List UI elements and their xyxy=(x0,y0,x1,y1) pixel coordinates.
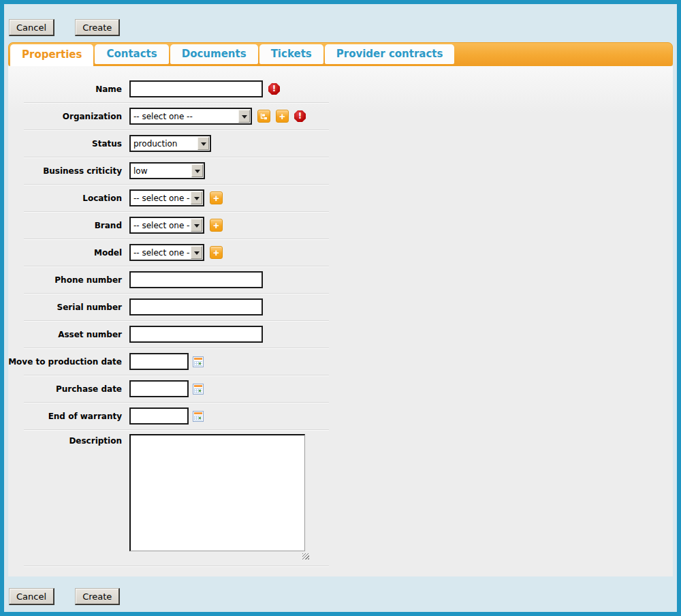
tab-documents[interactable]: Documents xyxy=(170,44,258,64)
selected-value: -- select one -- xyxy=(131,218,190,232)
field-label-status: Status xyxy=(8,139,129,149)
end-of-warranty-input[interactable] xyxy=(129,407,189,425)
field-label-description: Description xyxy=(8,430,129,446)
hierarchy-browse-button[interactable] xyxy=(257,110,270,123)
field-row-end-of-warranty: End of warranty xyxy=(8,403,673,429)
name-input[interactable] xyxy=(129,80,263,97)
calendar-icon[interactable] xyxy=(193,411,204,422)
create-button-bottom[interactable]: Create xyxy=(75,588,120,605)
brand-select[interactable]: -- select one -- xyxy=(129,217,204,234)
field-row-organization: Organization-- select one --+! xyxy=(8,103,673,129)
location-select[interactable]: -- select one -- xyxy=(129,189,204,206)
bottom-toolbar: Cancel Create xyxy=(4,576,677,612)
field-control xyxy=(129,298,263,315)
field-row-phone-number: Phone number xyxy=(8,266,673,293)
calendar-icon[interactable] xyxy=(193,384,204,395)
field-label-model: Model xyxy=(8,248,129,258)
field-control xyxy=(129,353,204,370)
field-label-brand: Brand xyxy=(8,221,129,230)
field-control xyxy=(129,430,305,559)
calendar-grid xyxy=(194,388,202,393)
calendar-header xyxy=(194,358,202,360)
field-label-organization: Organization xyxy=(8,112,129,121)
field-row-model: Model-- select one --+ xyxy=(8,239,673,266)
dropdown-arrow-icon xyxy=(191,191,202,204)
add-button[interactable]: + xyxy=(276,110,289,123)
add-button[interactable]: + xyxy=(210,219,223,232)
add-icon: + xyxy=(213,220,219,230)
field-label-asset-number: Asset number xyxy=(8,330,129,339)
calendar-header xyxy=(194,412,202,414)
field-label-business-criticity: Business criticity xyxy=(8,166,129,176)
field-row-business-criticity: Business criticitylow xyxy=(8,157,673,184)
model-select[interactable]: -- select one -- xyxy=(129,244,204,261)
properties-panel: Name!Organization-- select one --+!Statu… xyxy=(8,66,673,576)
add-icon: + xyxy=(213,247,219,258)
add-icon: + xyxy=(279,111,285,121)
selected-value: -- select one -- xyxy=(131,109,238,123)
tab-bar: PropertiesContactsDocumentsTicketsProvid… xyxy=(8,42,673,66)
field-control: -- select one --+! xyxy=(129,108,306,125)
field-control: low xyxy=(129,162,205,179)
textarea-resize-handle[interactable] xyxy=(302,553,309,559)
organization-select[interactable]: -- select one -- xyxy=(129,108,252,125)
move-to-production-date-input[interactable] xyxy=(129,353,189,370)
calendar-grid xyxy=(194,416,202,420)
field-control: production xyxy=(129,135,211,152)
cancel-button-top[interactable]: Cancel xyxy=(9,19,54,36)
calendar-icon[interactable] xyxy=(193,356,204,367)
field-control xyxy=(129,326,263,343)
field-label-move-to-production-date: Move to production date xyxy=(8,357,129,367)
field-row-brand: Brand-- select one --+ xyxy=(8,212,673,238)
field-label-phone-number: Phone number xyxy=(8,275,129,285)
field-row-location: Location-- select one --+ xyxy=(8,185,673,211)
selected-value: -- select one -- xyxy=(131,191,190,205)
dropdown-arrow-icon xyxy=(191,246,202,259)
dropdown-arrow-icon xyxy=(197,137,209,150)
calendar-header xyxy=(194,385,202,387)
field-control: -- select one --+ xyxy=(129,217,223,234)
field-control: -- select one --+ xyxy=(129,244,223,261)
calendar-today-cell xyxy=(199,390,201,392)
field-row-purchase-date: Purchase date xyxy=(8,375,673,402)
field-label-location: Location xyxy=(8,194,129,203)
asset-number-input[interactable] xyxy=(129,326,263,343)
field-row-asset-number: Asset number xyxy=(8,321,673,348)
field-row-name: Name! xyxy=(8,76,673,102)
selected-value: low xyxy=(131,164,191,178)
hierarchy-icon xyxy=(260,112,268,120)
create-object-page: Cancel Create PropertiesContactsDocument… xyxy=(0,0,681,616)
field-control xyxy=(129,407,204,425)
selected-value: -- select one -- xyxy=(131,245,190,260)
tab-tickets[interactable]: Tickets xyxy=(259,44,323,64)
add-button[interactable]: + xyxy=(210,246,223,259)
field-row-move-to-production-date: Move to production date xyxy=(8,348,673,375)
serial-number-input[interactable] xyxy=(129,298,263,315)
properties-form: Name!Organization-- select one --+!Statu… xyxy=(8,76,673,566)
dropdown-arrow-icon xyxy=(238,110,250,123)
mandatory-icon: ! xyxy=(294,110,306,122)
dropdown-arrow-icon xyxy=(191,164,203,177)
create-button-top[interactable]: Create xyxy=(75,19,120,36)
status-select[interactable]: production xyxy=(129,135,211,152)
selected-value: production xyxy=(131,136,197,151)
purchase-date-input[interactable] xyxy=(129,380,189,397)
field-control: ! xyxy=(129,80,280,97)
cancel-button-bottom[interactable]: Cancel xyxy=(9,588,54,605)
tab-provider-contracts[interactable]: Provider contracts xyxy=(325,44,455,64)
phone-number-input[interactable] xyxy=(129,271,263,288)
field-label-purchase-date: Purchase date xyxy=(8,384,129,394)
field-control xyxy=(129,271,263,288)
description-textarea[interactable] xyxy=(129,434,305,551)
add-button[interactable]: + xyxy=(210,191,223,204)
mandatory-icon: ! xyxy=(268,83,280,95)
calendar-grid xyxy=(194,361,202,366)
field-row-status: Statusproduction xyxy=(8,130,673,157)
business-criticity-select[interactable]: low xyxy=(129,162,205,179)
tab-contacts[interactable]: Contacts xyxy=(95,44,168,64)
dropdown-arrow-icon xyxy=(191,219,202,232)
tab-properties[interactable]: Properties xyxy=(10,44,93,66)
field-label-end-of-warranty: End of warranty xyxy=(8,412,129,421)
top-toolbar: Cancel Create xyxy=(4,4,677,42)
field-row-serial-number: Serial number xyxy=(8,294,673,320)
